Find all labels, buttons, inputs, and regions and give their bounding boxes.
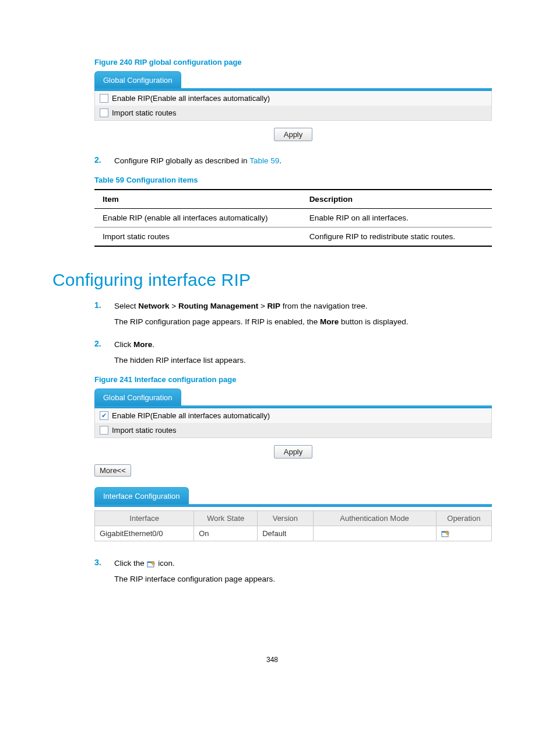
iface-step-1: 1. Select Network > Routing Management >… [94,300,492,328]
table-59-link[interactable]: Table 59 [249,156,279,165]
th-item: Item [94,190,301,209]
enable-rip-label: Enable RIP(Enable all interfaces automat… [112,411,270,420]
apply-button[interactable]: Apply [274,445,313,459]
cell-work-state: On [194,526,258,541]
global-config-panel-240: Global Configuration Enable RIP(Enable a… [94,71,492,145]
global-configuration-tab[interactable]: Global Configuration [94,71,181,89]
th-operation: Operation [436,510,491,526]
enable-rip-row: Enable RIP(Enable all interfaces automat… [95,91,491,106]
step-number: 3. [94,558,114,586]
section-heading: Configuring interface RIP [52,270,492,290]
enable-rip-checkbox-checked[interactable]: ✔ [100,411,108,420]
more-button[interactable]: More<< [94,464,131,477]
table-row: Enable RIP (enable all interfaces automa… [94,208,492,227]
import-static-row: Import static routes [95,423,491,438]
interface-steps: 1. Select Network > Routing Management >… [94,300,492,586]
th-auth-mode: Authentication Mode [313,510,436,526]
interface-configuration-tab[interactable]: Interface Configuration [94,487,189,505]
edit-icon[interactable] [441,529,451,538]
apply-button[interactable]: Apply [274,128,313,141]
step-number: 1. [94,300,114,328]
enable-rip-checkbox[interactable] [100,94,108,103]
import-static-label: Import static routes [112,426,177,435]
table-row: Import static routes Configure RIP to re… [94,227,492,246]
import-static-row: Import static routes [95,106,491,120]
more-bold: More [133,340,152,349]
nav-network: Network [138,302,169,310]
enable-rip-row: ✔ Enable RIP(Enable all interfaces autom… [95,408,491,423]
interface-config-panel: Interface Configuration Interface Work S… [94,487,492,542]
step-number: 2. [94,155,114,167]
global-config-panel-241: Global Configuration ✔ Enable RIP(Enable… [94,388,492,487]
iface-step-2: 2. Click More. The hidden RIP interface … [94,339,492,367]
page-number: 348 [52,656,492,664]
apply-row: Apply [94,121,492,145]
edit-icon [147,559,156,568]
page: Figure 240 RIP global configuration page… [0,0,556,687]
cell-interface: GigabitEthernet0/0 [95,526,194,541]
th-interface: Interface [95,510,194,526]
step-number: 2. [94,339,114,367]
figure-240-caption: Figure 240 RIP global configuration page [94,58,492,66]
nav-routing-management: Routing Management [178,302,258,310]
figure-240-block: Figure 240 RIP global configuration page… [94,58,492,145]
config-panel-body: Enable RIP(Enable all interfaces automat… [94,91,492,121]
table-row: GigabitEthernet0/0 On Default [95,526,492,541]
table-59: Item Description Enable RIP (enable all … [94,189,492,247]
th-version: Version [258,510,313,526]
cell-auth-mode [313,526,436,541]
global-configuration-tab[interactable]: Global Configuration [94,388,181,406]
nav-rip: RIP [268,302,281,310]
global-step-2: 2. Configure RIP globally as described i… [94,155,492,167]
cell-version: Default [258,526,313,541]
step-text: Configure RIP globally as described in T… [114,155,492,167]
table-59-caption: Table 59 Configuration items [94,176,492,184]
th-description: Description [301,190,492,209]
figure-241-caption: Figure 241 Interface configuration page [94,375,492,384]
cell-operation [436,526,491,541]
more-text: More [320,317,339,326]
table-59-block: Table 59 Configuration items Item Descri… [94,176,492,247]
import-static-checkbox[interactable] [100,108,108,117]
interface-table: Interface Work State Version Authenticat… [94,510,492,542]
import-static-checkbox[interactable] [100,426,108,435]
iface-step-3: 3. Click the icon. The RIP interface con… [94,558,492,586]
import-static-label: Import static routes [112,108,177,117]
th-work-state: Work State [194,510,258,526]
enable-rip-label: Enable RIP(Enable all interfaces automat… [112,94,270,103]
